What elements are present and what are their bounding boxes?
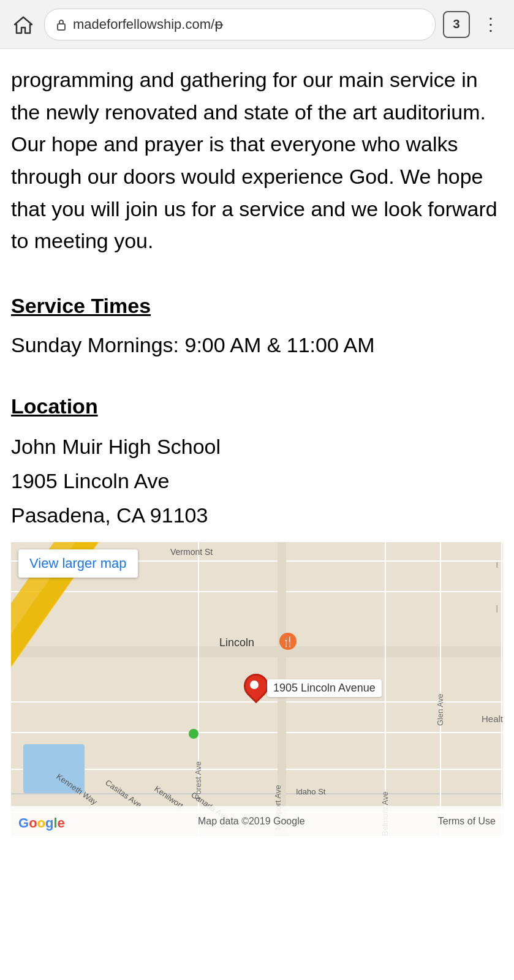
- street-h2: [11, 591, 503, 592]
- healt-label: Healt: [482, 714, 503, 724]
- location-line2: 1905 Lincoln Ave: [11, 464, 503, 498]
- address-bar[interactable]: madeforfellowship.com/ᵽ: [44, 9, 436, 40]
- main-content: programming and gathering for our main s…: [0, 49, 514, 836]
- svg-rect-0: [58, 24, 65, 30]
- restaurant-pin: 🍴: [279, 633, 297, 650]
- lincoln-road: [11, 646, 503, 657]
- glen-ave-label: Glen Ave: [436, 603, 445, 726]
- menu-button[interactable]: ⋮: [477, 14, 504, 34]
- pin-label[interactable]: 1905 Lincoln Avenue: [267, 679, 382, 697]
- navy-st: [501, 542, 502, 836]
- url-text: madeforfellowship.com/ᵽ: [73, 17, 425, 32]
- location-pin: [244, 674, 268, 698]
- home-button[interactable]: [10, 11, 37, 38]
- view-larger-map-button[interactable]: View larger map: [18, 549, 138, 578]
- tab-count[interactable]: 3: [443, 11, 470, 38]
- browser-chrome: madeforfellowship.com/ᵽ 3 ⋮: [0, 0, 514, 49]
- lincoln-label: Lincoln: [219, 636, 254, 649]
- service-times-body: Sunday Mornings: 9:00 AM & 11:00 AM: [11, 329, 503, 361]
- forest-ave-label: Forest Ave: [194, 677, 203, 799]
- nav-cutoff-1: I: [496, 560, 498, 570]
- street-h4: [11, 732, 503, 733]
- map-container[interactable]: Vermont St Lincoln Forest Ave Newport Av…: [11, 542, 503, 836]
- idaho-st-label: Idaho St: [296, 787, 325, 796]
- map-footer: Google Map data ©2019 Google Terms of Us…: [11, 806, 503, 836]
- google-logo: Google: [18, 810, 65, 832]
- location-line3: Pasadena, CA 91103: [11, 498, 503, 532]
- intro-paragraph: programming and gathering for our main s…: [11, 64, 503, 257]
- lock-icon: [55, 18, 68, 31]
- street-h5: [11, 769, 503, 770]
- vermont-st-label: Vermont St: [170, 547, 213, 557]
- location-line1: John Muir High School: [11, 429, 503, 464]
- terms-of-use[interactable]: Terms of Use: [438, 816, 496, 827]
- map-data-credit: Map data ©2019 Google: [198, 816, 305, 827]
- location-heading: Location: [11, 394, 503, 418]
- service-times-heading: Service Times: [11, 294, 503, 318]
- nav-cutoff-2: |: [496, 603, 498, 612]
